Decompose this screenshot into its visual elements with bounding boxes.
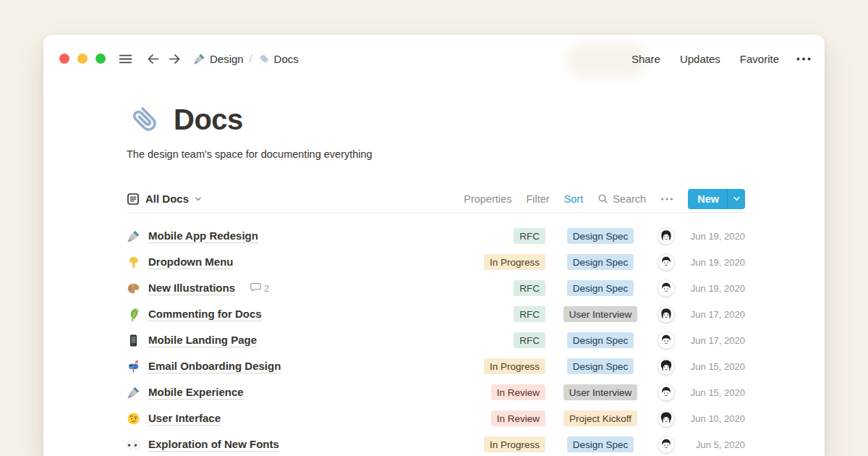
doc-emoji-icon [127,308,140,321]
avatar [658,279,675,297]
doc-title-link[interactable]: Mobile Landing Page [148,334,257,347]
doc-emoji-icon [127,229,140,243]
status-badge: In Progress [484,358,545,374]
status-cell: In Review [466,410,545,426]
page-title: Docs [174,104,243,136]
sort-button[interactable]: Sort [564,193,584,205]
status-cell: RFC [466,332,545,348]
doc-type-badge: Design Spec [567,280,634,296]
avatar [658,410,675,427]
search-icon [597,193,608,204]
breadcrumb-separator: / [250,53,252,64]
status-badge: RFC [514,306,545,322]
doc-title-cell: Exploration of New Fonts [127,438,466,452]
view-switcher[interactable]: All Docs [127,193,202,206]
comment-bubble-icon [250,282,261,295]
more-options-icon[interactable] [796,56,812,62]
new-button[interactable]: New [688,189,745,209]
doc-title-link[interactable]: User Interface [148,412,221,426]
updates-button[interactable]: Updates [680,53,720,65]
status-cell: In Progress [466,436,545,452]
doc-title-link[interactable]: Exploration of New Fonts [148,438,279,452]
avatar [658,384,675,401]
breadcrumb: Design / Docs [193,53,299,65]
doc-title-link[interactable]: Email Onboarding Design [148,360,281,373]
status-badge: RFC [514,332,545,348]
paperclip-page-icon[interactable] [127,101,163,138]
edited-date: Jun 5, 2020 [684,439,745,450]
table-row[interactable]: Exploration of New Fonts In Progress Des… [127,431,745,456]
avatar [658,253,675,271]
status-badge: In Review [491,384,545,400]
doc-emoji-icon [127,334,140,347]
breadcrumb-item-design[interactable]: Design [193,53,244,65]
zoom-window-button[interactable] [95,54,106,64]
page-header: Docs [127,101,745,138]
new-button-label[interactable]: New [688,189,727,209]
paperclip-icon [258,53,270,64]
search-button[interactable]: Search [597,193,646,205]
comment-count: 2 [250,282,269,295]
forward-arrow-icon[interactable] [167,51,182,67]
avatar [658,332,675,349]
filter-button[interactable]: Filter [526,193,549,205]
view-toolbar: All Docs Properties Filter Sort Search N… [127,185,745,213]
doc-type-cell: Design Spec [554,358,647,374]
edited-date: Jun 17, 2020 [684,309,745,320]
doc-type-cell: Design Spec [554,228,647,244]
chevron-down-icon [195,195,202,203]
doc-title-cell: Email Onboarding Design [127,360,466,373]
table-row[interactable]: Dropdown Menu In Progress Design Spec Ju… [127,249,745,275]
toolbar-more-icon[interactable] [660,197,673,201]
doc-emoji-icon [127,386,140,400]
table-row[interactable]: Mobile Experience In Review User Intervi… [127,379,745,405]
properties-button[interactable]: Properties [464,193,511,205]
status-cell: In Review [466,384,545,400]
topbar-actions: Share Updates Favorite [631,53,779,65]
breadcrumb-item-docs[interactable]: Docs [258,53,299,65]
doc-type-badge: Design Spec [567,332,634,348]
edited-date: Jun 15, 2020 [684,387,745,398]
sidebar-menu-icon[interactable] [118,51,133,67]
new-button-chevron[interactable] [727,189,745,209]
status-badge: In Progress [484,254,545,270]
doc-title-cell: New Illustrations 2 [127,282,466,295]
edited-date: Jun 15, 2020 [684,361,745,372]
edited-date: Jun 19, 2020 [684,231,745,242]
doc-title-link[interactable]: Dropdown Menu [148,256,233,269]
page-content: Docs The design team's space for documen… [43,83,825,456]
favorite-button[interactable]: Favorite [740,53,779,65]
avatar [658,227,675,245]
status-cell: In Progress [466,254,545,270]
doc-title-link[interactable]: Commenting for Docs [148,308,262,321]
doc-type-cell: Design Spec [554,332,647,348]
doc-type-badge: Design Spec [567,254,634,270]
table-row[interactable]: Email Onboarding Design In Progress Desi… [127,353,745,379]
doc-emoji-icon [127,438,140,452]
doc-title-link[interactable]: Mobile Experience [148,386,244,400]
comment-count-value: 2 [264,283,269,294]
doc-title-link[interactable]: New Illustrations [148,282,235,295]
doc-title-cell: Dropdown Menu [127,256,466,269]
docs-table: Mobile App Redesign RFC Design Spec Jun … [127,223,745,456]
doc-type-badge: User Interview [563,384,637,400]
paintbrush-icon [193,53,205,65]
status-badge: In Progress [484,436,545,452]
table-row[interactable]: Mobile Landing Page RFC Design Spec Jun … [127,327,745,353]
doc-title-cell: Mobile Experience [127,386,466,400]
table-row[interactable]: User Interface In Review Project Kickoff… [127,405,745,431]
table-row[interactable]: New Illustrations 2 RFC Design Spec Jun … [127,275,745,301]
table-row[interactable]: Commenting for Docs RFC User Interview J… [127,301,745,327]
edited-date: Jun 10, 2020 [684,413,745,424]
table-row[interactable]: Mobile App Redesign RFC Design Spec Jun … [127,223,745,249]
doc-title-link[interactable]: Mobile App Redesign [148,229,258,243]
close-window-button[interactable] [59,54,69,64]
doc-type-cell: Design Spec [554,254,647,270]
share-button[interactable]: Share [631,53,660,65]
window-topbar: Design / Docs Share Updates Favorite [43,35,825,83]
doc-emoji-icon [127,256,140,269]
minimize-window-button[interactable] [77,54,88,64]
status-cell: RFC [466,228,545,244]
doc-title-cell: Mobile App Redesign [127,229,466,243]
back-arrow-icon[interactable] [145,51,161,67]
